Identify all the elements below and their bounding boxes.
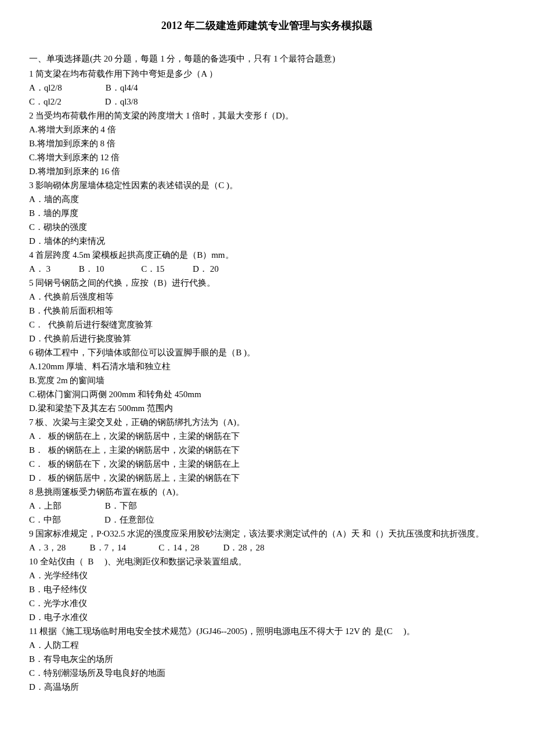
q3-option-a: A．墙的高度 [29,192,505,206]
q5-option-c: C． 代换前后进行裂缝宽度验算 [29,318,505,332]
q10-stem: 10 全站仪由（ B )、光电测距仪和数据记录装置组成。 [29,555,505,568]
q5-stem: 5 同钢号钢筋之间的代换，应按（B）进行代换。 [29,276,505,290]
q6-option-b: B.宽度 2m 的窗间墙 [29,373,505,387]
q11-option-c: C．特别潮湿场所及导电良好的地面 [29,666,505,680]
q11-option-a: A．人防工程 [29,638,505,652]
q6-stem: 6 砌体工程中，下列墙体或部位可以设置脚手眼的是（B )。 [29,345,505,359]
section-1-header: 一、单项选择题(共 20 分题，每题 1 分，每题的备选项中，只有 1 个最符合… [29,52,505,66]
q5-option-d: D．代换前后进行挠度验算 [29,332,505,345]
q11-option-b: B．有导电灰尘的场所 [29,652,505,666]
q1-options-ab: A．ql2/8 B．ql4/4 [29,81,505,95]
q2-stem: 2 当受均布荷载作用的简支梁的跨度增大 1 倍时，其最大变形 f（D)。 [29,109,505,123]
q2-option-c: C.将增大到原来的 12 倍 [29,150,505,164]
q7-stem: 7 板、次梁与主梁交叉处，正确的钢筋绑扎方法为（A)。 [29,415,505,429]
q8-options-cd: C．中部 D．任意部位 [29,513,505,527]
q10-option-a: A．光学经纬仪 [29,568,505,582]
q11-option-d: D．高温场所 [29,680,505,694]
q2-option-b: B.将增加到原来的 8 倍 [29,136,505,150]
q4-stem: 4 首层跨度 4.5m 梁模板起拱高度正确的是（B）mm。 [29,248,505,262]
q1-stem: 1 简支梁在均布荷载作用下跨中弯矩是多少（A ） [29,67,505,81]
q9-stem: 9 国家标准规定，P·O32.5 水泥的强度应采用胶砂法测定，该法要求测定试件的… [29,527,505,541]
q7-option-c: C． 板的钢筋在下，次梁的钢筋居中，主梁的钢筋在上 [29,457,505,471]
q4-options: A． 3 B． 10 C．15 D． 20 [29,262,505,276]
q7-option-d: D． 板的钢筋居中，次梁的钢筋居上，主梁的钢筋在下 [29,471,505,485]
q1-options-cd: C．ql2/2 D．ql3/8 [29,95,505,109]
q8-stem: 8 悬挑雨篷板受力钢筋布置在板的（A)。 [29,485,505,499]
q8-options-ab: A．上部 B．下部 [29,499,505,513]
q6-option-a: A.120mm 厚墙、料石清水墙和独立柱 [29,359,505,373]
q6-option-d: D.梁和梁垫下及其左右 500mm 范围内 [29,401,505,415]
q3-stem: 3 影响砌体房屋墙体稳定性因素的表述错误的是（C )。 [29,178,505,192]
q6-option-c: C.砌体门窗洞口两侧 200mm 和转角处 450mm [29,387,505,401]
q10-option-d: D．电子水准仪 [29,610,505,624]
q2-option-a: A.将增大到原来的 4 倍 [29,123,505,136]
q7-option-b: B． 板的钢筋在上，主梁的钢筋居中，次梁的钢筋在下 [29,443,505,457]
q11-stem: 11 根据《施工现场临时用电安全技术规范》(JGJ46--2005)，照明电源电… [29,624,505,638]
q5-option-a: A．代换前后强度相等 [29,290,505,304]
q3-option-b: B．墙的厚度 [29,206,505,220]
q3-option-d: D．墙体的约束情况 [29,234,505,248]
q5-option-b: B．代换前后面积相等 [29,304,505,318]
q10-option-c: C．光学水准仪 [29,596,505,610]
page-title: 2012 年二级建造师建筑专业管理与实务模拟题 [29,17,505,34]
q9-options: A．3，28 B．7，14 C．14，28 D．28，28 [29,541,505,555]
q7-option-a: A． 板的钢筋在上，次梁的钢筋居中，主梁的钢筋在下 [29,429,505,443]
q10-option-b: B．电子经纬仪 [29,582,505,596]
q2-option-d: D.将增加到原来的 16 倍 [29,164,505,178]
q3-option-c: C．砌块的强度 [29,220,505,234]
